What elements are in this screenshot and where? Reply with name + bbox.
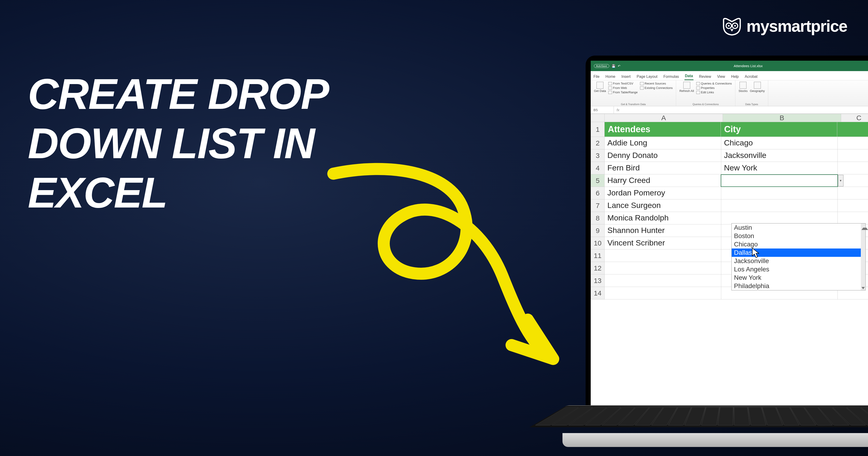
from-table-button[interactable]: From Table/Range xyxy=(608,91,638,94)
column-header-b[interactable]: B xyxy=(723,114,841,122)
refresh-all-button[interactable]: Refresh All xyxy=(679,82,694,93)
excel-window: AutoSave 💾 ↶ Attendees List.xlsx FileHom… xyxy=(591,61,868,405)
row-header[interactable]: 1 xyxy=(591,122,604,137)
stocks-button[interactable]: Stocks xyxy=(739,82,748,93)
cell[interactable] xyxy=(604,249,721,262)
table-row: 1AttendeesCity xyxy=(591,122,868,137)
dropdown-option[interactable]: Boston xyxy=(732,232,865,240)
cell[interactable] xyxy=(604,287,721,299)
brand-logo: mysmartprice xyxy=(721,16,847,37)
cell[interactable]: Denny Donato xyxy=(604,149,721,162)
row-header[interactable]: 9 xyxy=(591,224,604,237)
ribbon-group-label: Get & Transform Data xyxy=(594,103,673,105)
tab-view[interactable]: View xyxy=(717,73,725,80)
svg-point-3 xyxy=(734,25,736,27)
cell[interactable] xyxy=(721,187,838,200)
cell[interactable]: Addie Long xyxy=(604,137,721,149)
table-row: 8Monica Randolph xyxy=(591,212,868,224)
ribbon-tabs: FileHomeInsertPage LayoutFormulasDataRev… xyxy=(591,71,868,80)
laptop-keyboard xyxy=(530,405,868,427)
dropdown-option[interactable]: Los Angeles xyxy=(732,265,865,274)
table-row: 3Denny DonatoJacksonville xyxy=(591,149,868,162)
tab-review[interactable]: Review xyxy=(699,73,712,80)
row-header[interactable]: 10 xyxy=(591,237,604,249)
tab-home[interactable]: Home xyxy=(605,73,616,80)
from-text-csv-button[interactable]: From Text/CSV xyxy=(608,82,638,85)
cell[interactable]: Chicago xyxy=(721,137,838,149)
cell[interactable] xyxy=(721,212,838,224)
row-header[interactable]: 12 xyxy=(591,262,604,274)
row-header[interactable]: 7 xyxy=(591,200,604,212)
cell[interactable] xyxy=(838,149,868,162)
cell[interactable] xyxy=(838,187,868,200)
cell[interactable]: Monica Randolph xyxy=(604,212,721,224)
row-header[interactable]: 3 xyxy=(591,149,604,162)
autosave-toggle[interactable]: AutoSave xyxy=(594,64,609,68)
brand-name: mysmartprice xyxy=(746,17,847,35)
recent-sources-button[interactable]: Recent Sources xyxy=(640,82,673,85)
column-header-c[interactable]: C xyxy=(841,114,868,122)
svg-point-2 xyxy=(728,25,730,27)
cell[interactable] xyxy=(604,262,721,274)
cell[interactable] xyxy=(838,137,868,149)
geography-button[interactable]: Geography xyxy=(750,82,765,93)
row-header[interactable]: 11 xyxy=(591,249,604,262)
dropdown-option[interactable]: New York xyxy=(732,274,865,282)
cell[interactable] xyxy=(721,200,838,212)
laptop-mockup: AutoSave 💾 ↶ Attendees List.xlsx FileHom… xyxy=(586,56,868,447)
name-box[interactable]: B5 xyxy=(591,106,614,114)
row-header[interactable]: 5 xyxy=(591,174,604,187)
save-icon[interactable]: 💾 xyxy=(612,64,616,68)
tab-help[interactable]: Help xyxy=(731,73,739,80)
tab-page-layout[interactable]: Page Layout xyxy=(636,73,658,80)
table-row: 2Addie LongChicago xyxy=(591,137,868,149)
active-cell[interactable]: ▼ xyxy=(721,174,838,187)
cell[interactable] xyxy=(838,200,868,212)
tab-file[interactable]: File xyxy=(593,73,600,80)
cell[interactable] xyxy=(838,212,868,224)
cell[interactable]: New York xyxy=(721,162,838,174)
row-header[interactable]: 8 xyxy=(591,212,604,224)
row-header[interactable]: 14 xyxy=(591,287,604,299)
row-header[interactable]: 6 xyxy=(591,187,604,200)
cell[interactable]: Lance Surgeon xyxy=(604,200,721,212)
cell[interactable]: Jordan Pomeroy xyxy=(604,187,721,200)
cell[interactable]: Vincent Scribner xyxy=(604,237,721,249)
cell[interactable]: Shannon Hunter xyxy=(604,224,721,237)
cell[interactable] xyxy=(604,274,721,287)
cell[interactable] xyxy=(837,122,868,137)
dropdown-trigger-icon[interactable]: ▼ xyxy=(838,175,843,186)
laptop-base xyxy=(562,433,868,447)
row-header[interactable]: 13 xyxy=(591,274,604,287)
tab-acrobat[interactable]: Acrobat xyxy=(744,73,758,80)
dropdown-scrollbar[interactable] xyxy=(861,223,865,290)
cell[interactable]: Jacksonville xyxy=(721,149,838,162)
queries-connections-button[interactable]: Queries & Connections xyxy=(696,82,732,85)
edit-links-button[interactable]: Edit Links xyxy=(696,91,732,94)
row-header[interactable]: 2 xyxy=(591,137,604,149)
cell[interactable]: Attendees xyxy=(604,122,721,137)
excel-titlebar: AutoSave 💾 ↶ Attendees List.xlsx xyxy=(591,61,868,71)
tab-formulas[interactable]: Formulas xyxy=(663,73,679,80)
undo-icon[interactable]: ↶ xyxy=(618,64,621,68)
cursor-icon xyxy=(751,247,761,259)
properties-button[interactable]: Properties xyxy=(696,86,732,90)
table-row: 6Jordan Pomeroy xyxy=(591,187,868,200)
spreadsheet[interactable]: A B C 1AttendeesCity2Addie LongChicago3D… xyxy=(591,114,868,299)
cell[interactable]: Harry Creed xyxy=(604,174,721,187)
cell[interactable]: Fern Bird xyxy=(604,162,721,174)
dropdown-option[interactable]: Austin xyxy=(732,223,865,232)
existing-connections-button[interactable]: Existing Connections xyxy=(640,86,673,90)
from-web-button[interactable]: From Web xyxy=(608,86,638,90)
dropdown-option[interactable]: Philadelphia xyxy=(732,282,865,290)
cell[interactable]: City xyxy=(721,122,837,137)
select-all-corner[interactable] xyxy=(591,114,604,122)
tab-insert[interactable]: Insert xyxy=(621,73,631,80)
row-header[interactable]: 4 xyxy=(591,162,604,174)
curly-arrow-icon xyxy=(319,153,574,385)
tab-data[interactable]: Data xyxy=(684,72,693,80)
get-data-button[interactable]: Get Data xyxy=(594,82,606,93)
fx-icon[interactable]: fx xyxy=(617,108,619,112)
column-header-a[interactable]: A xyxy=(604,114,723,122)
cell[interactable] xyxy=(838,162,868,174)
